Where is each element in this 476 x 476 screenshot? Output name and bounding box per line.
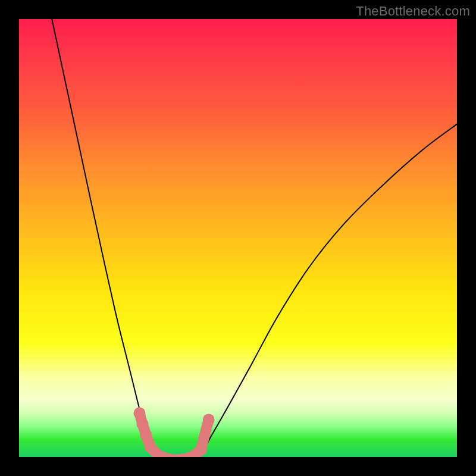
bottleneck-curve [52, 19, 457, 457]
watermark-text: TheBottleneck.com [356, 4, 470, 19]
data-marker [133, 407, 145, 419]
chart-frame: TheBottleneck.com [0, 0, 476, 476]
data-marker [137, 418, 149, 430]
curve-layer [19, 19, 457, 457]
data-marker [203, 414, 215, 425]
data-marker [140, 429, 152, 441]
data-marker [195, 444, 206, 456]
plot-area [19, 19, 457, 457]
data-marker [145, 441, 156, 453]
